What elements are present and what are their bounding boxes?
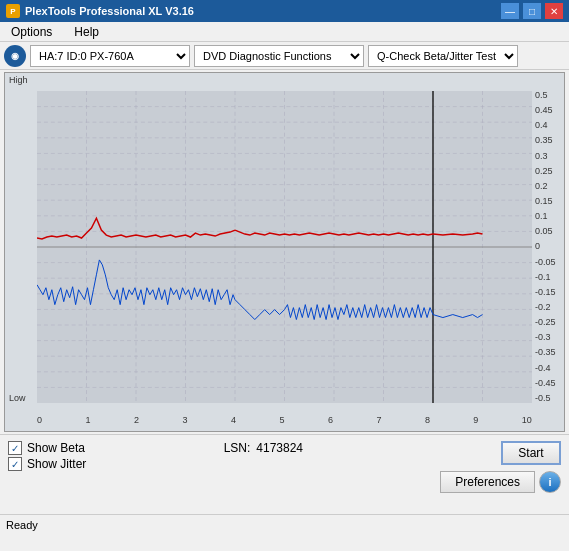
y-right-16: -0.3 [535,333,551,342]
y-right-11: -0.05 [535,258,556,267]
lsn-area: LSN: 4173824 [224,441,303,455]
y-right-2: 0.4 [535,121,548,130]
function-select[interactable]: DVD Diagnostic Functions [194,45,364,67]
chart-high-label: High [9,75,28,85]
y-right-19: -0.45 [535,379,556,388]
y-right-3: 0.35 [535,136,553,145]
chart-svg [37,91,532,403]
y-right-12: -0.1 [535,273,551,282]
show-beta-label: Show Beta [27,441,85,455]
start-button[interactable]: Start [501,441,561,465]
y-right-6: 0.2 [535,182,548,191]
lsn-value: 4173824 [256,441,303,455]
drive-select[interactable]: HA:7 ID:0 PX-760A [30,45,190,67]
chart-low-label: Low [9,393,26,403]
drive-icon: ◉ [4,45,26,67]
menu-options[interactable]: Options [4,23,59,41]
x-label-2: 2 [134,415,139,425]
show-jitter-row: ✓ Show Jitter [8,457,86,471]
y-right-0: 0.5 [535,91,548,100]
y-right-18: -0.4 [535,364,551,373]
y-right-17: -0.35 [535,348,556,357]
y-right-15: -0.25 [535,318,556,327]
close-button[interactable]: ✕ [545,3,563,19]
y-right-7: 0.15 [535,197,553,206]
status-text: Ready [6,519,38,531]
x-label-10: 10 [522,415,532,425]
title-left: P PlexTools Professional XL V3.16 [6,4,194,18]
x-axis: 0 1 2 3 4 5 6 7 8 9 10 [37,415,532,425]
title-text: PlexTools Professional XL V3.16 [25,5,194,17]
bottom-panel: ✓ Show Beta ✓ Show Jitter LSN: 4173824 S… [0,434,569,514]
x-label-4: 4 [231,415,236,425]
chart-container: High Low 0.5 0.45 0.4 0.35 0.3 0.25 0.2 … [4,72,565,432]
title-controls[interactable]: — □ ✕ [501,3,563,19]
y-right-5: 0.25 [535,167,553,176]
menu-bar: Options Help [0,22,569,42]
show-jitter-label: Show Jitter [27,457,86,471]
y-right-10: 0 [535,242,540,251]
x-label-8: 8 [425,415,430,425]
menu-help[interactable]: Help [67,23,106,41]
y-axis-right: 0.5 0.45 0.4 0.35 0.3 0.25 0.2 0.15 0.1 … [532,91,564,403]
minimize-button[interactable]: — [501,3,519,19]
show-beta-checkbox[interactable]: ✓ [8,441,22,455]
y-right-14: -0.2 [535,303,551,312]
y-right-20: -0.5 [535,394,551,403]
x-label-3: 3 [182,415,187,425]
bottom-row: ✓ Show Beta ✓ Show Jitter LSN: 4173824 S… [8,441,561,493]
x-label-0: 0 [37,415,42,425]
x-label-7: 7 [376,415,381,425]
y-right-9: 0.05 [535,227,553,236]
prefs-info-row: Preferences i [440,471,561,493]
y-right-4: 0.3 [535,152,548,161]
title-bar: P PlexTools Professional XL V3.16 — □ ✕ [0,0,569,22]
test-select[interactable]: Q-Check Beta/Jitter Test [368,45,518,67]
chart-inner [37,91,532,403]
app-icon: P [6,4,20,18]
y-right-1: 0.45 [535,106,553,115]
buttons-area: Start Preferences i [440,441,561,493]
show-beta-row: ✓ Show Beta [8,441,86,455]
show-jitter-checkbox[interactable]: ✓ [8,457,22,471]
checkboxes-group: ✓ Show Beta ✓ Show Jitter [8,441,86,471]
x-label-6: 6 [328,415,333,425]
x-label-9: 9 [473,415,478,425]
x-label-1: 1 [85,415,90,425]
toolbar: ◉ HA:7 ID:0 PX-760A DVD Diagnostic Funct… [0,42,569,70]
maximize-button[interactable]: □ [523,3,541,19]
x-label-5: 5 [279,415,284,425]
status-bar: Ready [0,514,569,534]
info-button[interactable]: i [539,471,561,493]
preferences-button[interactable]: Preferences [440,471,535,493]
y-right-8: 0.1 [535,212,548,221]
lsn-label: LSN: [224,441,251,455]
y-right-13: -0.15 [535,288,556,297]
